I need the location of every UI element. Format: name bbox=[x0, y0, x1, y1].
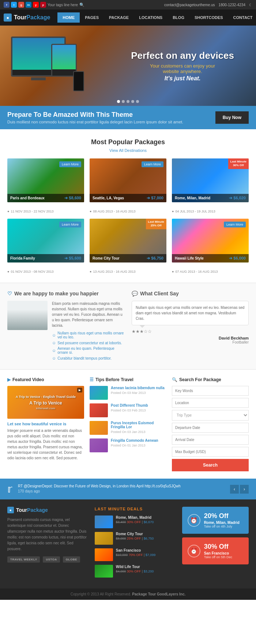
hero-dot-5[interactable] bbox=[136, 100, 139, 103]
video-title-text: A Trip to Venice - English Travel Guide … bbox=[16, 395, 76, 410]
happy-list-item-4: ☺Curabitur blandit tempus porttitor. bbox=[52, 356, 124, 360]
hero-italic: It's just Neat. bbox=[131, 75, 234, 82]
hawaii-learn-more[interactable]: Learn More bbox=[224, 222, 246, 227]
view-all-link[interactable]: View All Destinations bbox=[7, 148, 249, 153]
header: ■ TourPackage HOME PAGES PACKAGE LOCATIO… bbox=[0, 9, 256, 26]
hero-dot-1[interactable] bbox=[117, 100, 120, 103]
tip-thumb-1 bbox=[90, 386, 108, 400]
nav-pages[interactable]: PAGES bbox=[80, 12, 104, 23]
tip-date-4: Posted On 01 Jan 2013 bbox=[111, 444, 146, 447]
twitter-prev-button[interactable]: ‹ bbox=[230, 485, 239, 494]
googleplus-icon[interactable]: g bbox=[18, 2, 24, 8]
nav-shortcodes[interactable]: SHORTCODES bbox=[189, 12, 228, 23]
happy-title: ♡ We are happy to make you happier bbox=[7, 291, 124, 296]
location-input[interactable] bbox=[172, 398, 249, 408]
deal-rome-city: Rome City Tour $8,000 25% OFF | $6,750 bbox=[95, 532, 175, 545]
budget-input[interactable] bbox=[172, 447, 249, 457]
badge-globe: GLOBE bbox=[63, 556, 80, 563]
deal-new-sf: $7,099 bbox=[146, 553, 156, 557]
client-name: David Beckham bbox=[132, 336, 249, 340]
smiley-icon-1: ☺ bbox=[52, 333, 56, 337]
deal-rome-milan: Rome, Milan, Madrid $3,400 30% OFF | $6,… bbox=[95, 515, 175, 528]
deal-name-san-francisco: San Francisco bbox=[116, 548, 155, 552]
bottom-three-section: ▶ Featured Video A Trip to Venice - Engl… bbox=[0, 369, 256, 479]
departure-input[interactable] bbox=[172, 423, 249, 433]
top-bar-contact: contact@packagetourtheme.us 1800-1232-42… bbox=[164, 3, 252, 7]
linkedin-icon[interactable]: in bbox=[26, 2, 31, 8]
video-thumbnail[interactable]: A Trip to Venice - English Travel Guide … bbox=[7, 386, 84, 419]
main-nav: HOME PAGES PACKAGE LOCATIONS BLOG SHORTC… bbox=[57, 12, 256, 23]
footer-logo-icon: ■ bbox=[7, 507, 14, 513]
deal-prices-rome-milan: $3,400 30% OFF | $6,670 bbox=[116, 520, 154, 524]
tip-item-4: Fringilla Commodo Aenean Posted On 01 Ja… bbox=[90, 438, 166, 452]
chat-icon: 💬 bbox=[132, 291, 138, 296]
search-button[interactable]: Search bbox=[172, 459, 249, 471]
paris-learn-more[interactable]: Learn More bbox=[59, 161, 81, 167]
nav-locations[interactable]: LOCATIONS bbox=[134, 12, 167, 23]
hawaii-dates: ● 07 AUG 2013 - 16 AUG 2013 bbox=[172, 270, 249, 273]
hero-section: Perfect on any devices Your customers ca… bbox=[0, 26, 256, 106]
hero-devices bbox=[11, 37, 84, 95]
twitter-icon[interactable]: t bbox=[11, 2, 17, 8]
twitter-banner: 𝕣 RT @DesignerDepot: Discover the Future… bbox=[0, 479, 256, 499]
video-link[interactable]: Let see how beautiful venice is bbox=[7, 422, 84, 426]
footer-logo: ■ TourPackage bbox=[7, 507, 87, 513]
tip-link-3[interactable]: Purus Inceptos Euismod Fringilla Lor bbox=[111, 421, 166, 429]
facebook-icon[interactable]: f bbox=[4, 2, 10, 8]
phone: 1800-1232-4234 bbox=[219, 3, 245, 7]
twitter-next-button[interactable]: › bbox=[240, 485, 249, 494]
promo-date-2: Take off on 5th Dec bbox=[204, 555, 232, 559]
rome-city-dates: ● 13 AUG 2013 - 16 AUG 2013 bbox=[90, 270, 166, 273]
hero-dot-2[interactable] bbox=[122, 100, 125, 103]
buy-now-button[interactable]: Buy Now bbox=[215, 111, 249, 124]
view-all-anchor[interactable]: View All Destinations bbox=[109, 148, 147, 153]
florida-learn-more[interactable]: Learn More bbox=[59, 222, 81, 227]
florida-name: Florida Family bbox=[10, 256, 35, 260]
keyword-input[interactable] bbox=[172, 386, 249, 396]
footer-logo-text: TourPackage bbox=[16, 507, 48, 513]
florida-dates: ● 01 NOV 2013 - 08 NOV 2013 bbox=[7, 270, 84, 273]
arrival-input[interactable] bbox=[172, 435, 249, 445]
tweet-time: 170 days ago bbox=[18, 489, 225, 493]
tip-link-4[interactable]: Fringilla Commodo Aenean bbox=[111, 438, 158, 442]
nav-blog[interactable]: BLOG bbox=[167, 12, 189, 23]
hero-dot-3[interactable] bbox=[127, 100, 129, 103]
promo-name-1: Rome, Milan, Madrid bbox=[204, 521, 240, 525]
promo-clock-icon-1: ⏰ bbox=[188, 514, 200, 527]
deal-name-rome-milan: Rome, Milan, Madrid bbox=[116, 515, 154, 520]
pinterest-icon[interactable]: p bbox=[40, 2, 46, 8]
nav-contact[interactable]: CONTACT bbox=[228, 12, 256, 23]
tip-thumb-2 bbox=[90, 403, 108, 417]
hero-dot-4[interactable] bbox=[131, 100, 134, 103]
seattle-learn-more[interactable]: Learn More bbox=[142, 161, 163, 167]
tip-content-2: Post Different Thumb Posted On 03 Feb 20… bbox=[111, 403, 148, 417]
tips-title: ☰ Tips Before Travel bbox=[90, 377, 166, 382]
top-bar-left: f t g in y p Your tags line here 🔍 bbox=[4, 2, 84, 8]
search-icon[interactable]: 🔍 bbox=[79, 3, 84, 7]
seattle-dates: ● 08 AUG 2013 - 16 AUG 2013 bbox=[90, 210, 166, 213]
deal-thumb-rome-milan bbox=[95, 515, 113, 528]
tip-link-2[interactable]: Post Different Thumb bbox=[111, 403, 148, 407]
footer-desc: Praesent commodo cursus magna, vel scele… bbox=[7, 517, 87, 552]
tip-link-1[interactable]: Aenean lacinia bibendum nulla bbox=[111, 386, 165, 390]
tip-content-4: Fringilla Commodo Aenean Posted On 01 Ja… bbox=[111, 438, 158, 452]
deal-prices-san-francisco: $10,000 70% OFF | $7,099 bbox=[116, 553, 155, 557]
client-quote: Nullam quis risus eget urna mollis ornar… bbox=[136, 305, 245, 321]
nav-home[interactable]: HOME bbox=[57, 12, 80, 23]
promo-date-1: Take off on 4th July bbox=[204, 525, 240, 528]
trip-type-select[interactable]: Trip Type bbox=[172, 410, 249, 421]
happy-content: Etiam porta sem malesuada magna mollis e… bbox=[52, 301, 124, 362]
nav-package[interactable]: PACKAGE bbox=[104, 12, 134, 23]
happy-list-item-2: ☺Sed posuere consectetur est at lobortis… bbox=[52, 341, 124, 345]
rome-milan-label: Rome, Milan, Madrid ➔ $6,020 bbox=[172, 194, 249, 202]
deal-prices-rome-city: $8,000 25% OFF | $6,750 bbox=[116, 537, 154, 540]
tip-thumb-3 bbox=[90, 421, 108, 435]
rome-city-price: ➔ $6,750 bbox=[147, 256, 163, 261]
video-play-icon[interactable]: ▶ bbox=[77, 388, 82, 392]
tip-content-1: Aenean lacinia bibendum nulla Posted On … bbox=[111, 386, 165, 400]
paris-name: Paris and Bordeaux bbox=[10, 196, 45, 200]
deal-disc-rome-city: 25% OFF bbox=[127, 537, 141, 540]
youtube-icon[interactable]: y bbox=[33, 2, 39, 8]
twitter-nav: ‹ › bbox=[230, 485, 249, 494]
deal-new-rome-city: $6,750 bbox=[144, 537, 154, 540]
